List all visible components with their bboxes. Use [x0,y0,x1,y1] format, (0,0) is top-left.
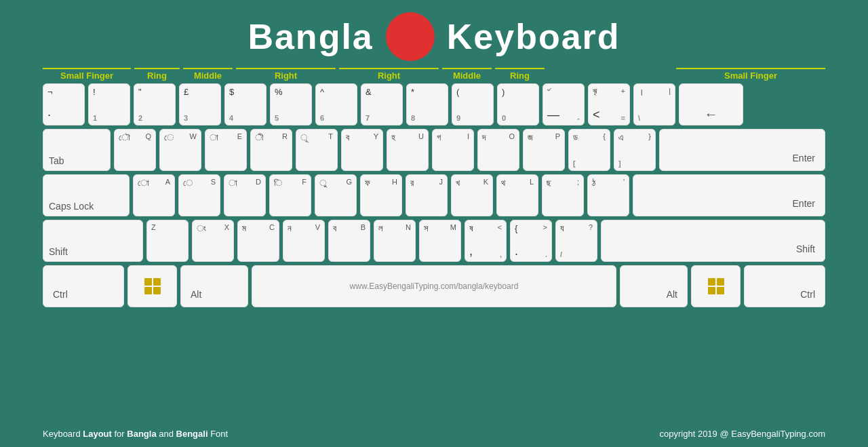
capslock-key[interactable]: Caps Lock [43,174,130,216]
zxcv-row: Shift Z ংX মC নV বB লN সM ষ< ,, {> .. [43,220,825,262]
key-e[interactable]: াE [205,129,247,171]
tab-key[interactable]: Tab [43,129,111,171]
key-comma[interactable]: ষ< ,, [465,220,507,262]
key-4[interactable]: $ 4 [224,83,267,125]
key-3[interactable]: £ 3 [179,83,221,125]
finger-label-small-left: Small Finger [43,68,131,81]
finger-label-ring-right: Ring [495,68,545,81]
key-x[interactable]: ংX [192,220,234,262]
tab-label: Tab [49,155,64,166]
bottom-row: Ctrl Alt www.EasyBengaliTyping.com/bangl… [43,265,825,307]
key-9[interactable]: ( 9 [452,83,494,125]
finger-label-middle-left: Middle [183,68,233,81]
windows-logo-right [708,278,724,294]
key-k[interactable]: খK [451,174,493,216]
enter-label: Enter [793,153,815,163]
key-enter2[interactable]: Enter [633,174,825,216]
footer-right: copyright 2019 @ EasyBengaliTyping.com [660,429,825,439]
key-d[interactable]: াD [224,174,266,216]
key-close-bracket[interactable]: এ} ] [614,129,656,171]
key-u[interactable]: হU [387,129,429,171]
backspace-key[interactable]: ← [679,83,743,125]
ctrl-right-key[interactable]: Ctrl [744,265,825,307]
shift-right-label: Shift [796,244,815,254]
shift-right-key[interactable]: Shift [601,220,825,262]
key-p[interactable]: জP [523,129,565,171]
key-y[interactable]: বY [341,129,383,171]
finger-label-middle-right: Middle [442,68,492,81]
header: Bangla Keyboard [0,0,868,68]
alt-left-label: Alt [191,289,201,300]
key-j[interactable]: রJ [406,174,448,216]
key-apostrophe[interactable]: ঠ' [587,174,629,216]
header-title1: Bangla [248,16,373,57]
key-slash[interactable]: য? / [555,220,597,262]
capslock-label: Caps Lock [49,201,94,212]
key-l[interactable]: থL [496,174,538,216]
asdf-row: Caps Lock োA েS াD িF ুG ফH রJ খK থL ছ; [43,174,825,216]
shift-left-key[interactable]: Shift [43,220,143,262]
ctrl-left-label: Ctrl [53,289,68,300]
key-open-bracket[interactable]: ড{ [ [568,129,610,171]
windows-logo-left [144,278,161,294]
key-q[interactable]: ৌQ [114,129,156,171]
win-left-key[interactable] [127,265,177,307]
key-v[interactable]: নV [283,220,325,262]
win-right-key[interactable] [691,265,741,307]
ctrl-right-label: Ctrl [800,289,815,300]
key-equals[interactable]: ৠ+ <= [588,83,630,125]
alt-left-key[interactable]: Alt [180,265,248,307]
space-key[interactable]: www.EasyBengaliTyping.com/bangla/keyboar… [252,265,616,307]
key-0[interactable]: ) 0 [497,83,539,125]
key-semicolon[interactable]: ছ; [542,174,584,216]
space-url: www.EasyBengaliTyping.com/bangla/keyboar… [350,281,519,291]
key-s[interactable]: েS [178,174,220,216]
key-n[interactable]: লN [374,220,416,262]
key-r[interactable]: ীR [250,129,292,171]
ctrl-left-key[interactable]: Ctrl [43,265,124,307]
key-period[interactable]: {> .. [510,220,552,262]
key-m[interactable]: সM [419,220,461,262]
header-title2: Keyboard [447,16,620,57]
finger-labels: Small Finger Ring Middle Right Right Mid… [0,68,868,81]
key-g[interactable]: ুG [315,174,357,216]
key-7[interactable]: & 7 [361,83,403,125]
key-i[interactable]: গI [432,129,474,171]
qwerty-row: Tab ৌQ েW াE ীR ূT বY হU গI দO জP [43,129,825,171]
key-backslash[interactable]: ।| \ [633,83,675,125]
key-6[interactable]: ^ 6 [315,83,357,125]
finger-label-ring-left: Ring [134,68,180,81]
enter-label2: Enter [793,198,815,209]
key-enter[interactable]: Enter [659,129,825,171]
keyboard: ¬ · ! 1 " 2 £ 3 $ 4 % 5 ^ 6 & 7 [0,83,868,307]
finger-label-right2: Right [339,68,439,81]
finger-label-small-right: Small Finger [676,68,825,81]
key-minus[interactable]: ৺ —- [542,83,585,125]
key-2[interactable]: " 2 [134,83,176,125]
key-c[interactable]: মC [237,220,279,262]
key-backtick[interactable]: ¬ · [43,83,85,125]
key-t[interactable]: ূT [296,129,338,171]
shift-left-label: Shift [49,246,68,257]
key-b[interactable]: বB [328,220,370,262]
finger-label-right1: Right [236,68,336,81]
key-h[interactable]: ফH [360,174,402,216]
key-1[interactable]: ! 1 [88,83,130,125]
key-a[interactable]: োA [133,174,175,216]
alt-right-key[interactable]: Alt [620,265,688,307]
number-row: ¬ · ! 1 " 2 £ 3 $ 4 % 5 ^ 6 & 7 [43,83,825,125]
key-w[interactable]: েW [159,129,201,171]
footer-left: Keyboard Layout for Bangla and Bengali F… [43,429,228,439]
alt-right-label: Alt [667,289,677,300]
key-8[interactable]: * 8 [406,83,448,125]
key-z[interactable]: Z [146,220,189,262]
key-5[interactable]: % 5 [270,83,312,125]
key-o[interactable]: দO [477,129,519,171]
bangladesh-flag-circle [386,12,435,61]
key-f[interactable]: িF [269,174,311,216]
